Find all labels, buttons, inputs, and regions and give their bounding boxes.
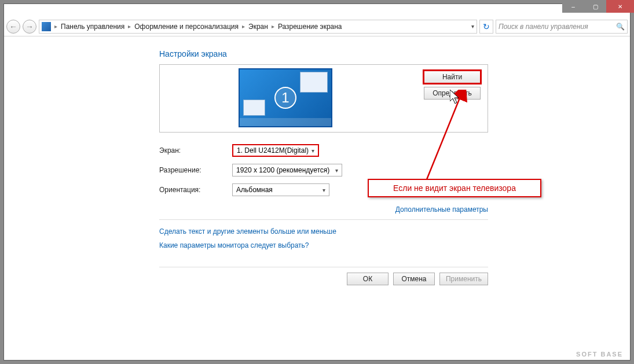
separator — [159, 267, 488, 267]
window-titlebar: – ▢ ✕ — [562, 0, 634, 13]
chevron-down-icon[interactable]: ▾ — [471, 23, 474, 30]
find-button[interactable]: Найти — [424, 71, 481, 83]
display-label: Экран: — [159, 146, 232, 155]
apply-button[interactable]: Применить — [439, 273, 488, 285]
page-title: Настройки экрана — [159, 49, 227, 58]
monitor-number: 1 — [274, 87, 296, 109]
control-panel-window: ← → ▸ Панель управления ▸ Оформление и п… — [3, 3, 631, 361]
search-input[interactable]: Поиск в панели управления 🔍 — [496, 20, 628, 34]
content-area: Настройки экрана 1 Найти Определить Экра… — [4, 36, 630, 360]
display-select[interactable]: 1. Dell U2412M(Digital) ▾ — [232, 144, 319, 157]
separator — [159, 219, 488, 220]
advanced-settings-link[interactable]: Дополнительные параметры — [395, 205, 488, 214]
breadcrumb-item[interactable]: Оформление и персонализация — [134, 23, 239, 31]
chevron-down-icon: ▾ — [323, 187, 325, 193]
window-thumbnail — [243, 100, 265, 116]
minimize-button[interactable]: – — [562, 0, 584, 13]
search-icon: 🔍 — [616, 23, 625, 31]
identify-button[interactable]: Определить — [424, 87, 481, 100]
chevron-down-icon: ▾ — [335, 167, 338, 174]
resolution-label: Разрешение: — [159, 166, 232, 174]
window-thumbnail — [300, 72, 328, 93]
breadcrumb-item[interactable]: Панель управления — [61, 23, 124, 31]
annotation-callout: Если не видит экран телевизора — [368, 179, 541, 197]
breadcrumb-item[interactable]: Разрешение экрана — [278, 23, 342, 31]
which-settings-link[interactable]: Какие параметры монитора следует выбрать… — [159, 241, 336, 249]
resolution-select-value: 1920 x 1200 (рекомендуется) — [236, 166, 329, 174]
orientation-select-value: Альбомная — [236, 186, 273, 194]
watermark: SOFT BASE — [576, 351, 623, 358]
orientation-label: Ориентация: — [159, 186, 232, 194]
breadcrumb-item[interactable]: Экран — [248, 23, 268, 31]
forward-button[interactable]: → — [23, 20, 36, 34]
back-button[interactable]: ← — [6, 20, 20, 34]
control-panel-icon — [42, 22, 51, 31]
display-select-value: 1. Dell U2412M(Digital) — [237, 146, 309, 155]
display-preview-box: 1 Найти Определить — [159, 64, 488, 133]
orientation-select[interactable]: Альбомная ▾ — [232, 183, 329, 196]
resolution-select[interactable]: 1920 x 1200 (рекомендуется) ▾ — [232, 164, 342, 177]
chevron-right-icon: ▸ — [128, 23, 131, 30]
navigation-bar: ← → ▸ Панель управления ▸ Оформление и п… — [4, 17, 630, 36]
chevron-right-icon: ▸ — [54, 23, 57, 30]
refresh-button[interactable]: ↻ — [479, 20, 493, 34]
monitor-thumbnail[interactable]: 1 — [239, 68, 332, 127]
taskbar-thumbnail — [240, 118, 331, 126]
chevron-down-icon: ▾ — [311, 148, 314, 154]
cancel-button[interactable]: Отмена — [393, 273, 435, 285]
search-placeholder: Поиск в панели управления — [499, 23, 588, 31]
ok-button[interactable]: ОК — [347, 273, 389, 285]
close-button[interactable]: ✕ — [606, 0, 634, 13]
chevron-right-icon: ▸ — [272, 23, 274, 30]
chevron-right-icon: ▸ — [242, 23, 245, 30]
text-size-link[interactable]: Сделать текст и другие элементы больше и… — [159, 227, 336, 236]
breadcrumb[interactable]: ▸ Панель управления ▸ Оформление и персо… — [39, 20, 477, 34]
maximize-button[interactable]: ▢ — [584, 0, 606, 13]
